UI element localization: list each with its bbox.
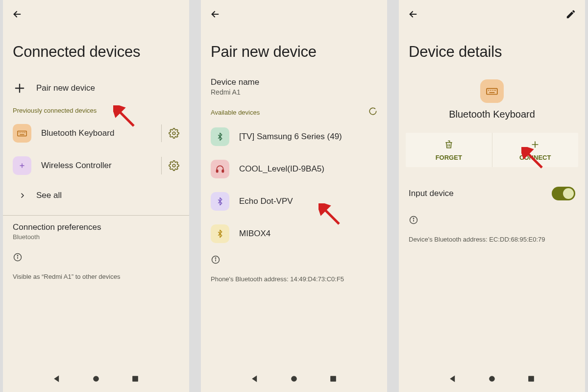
back-arrow-icon[interactable] [408,9,418,22]
gamepad-icon [13,156,31,175]
input-device-toggle-row: Input device [399,167,585,205]
input-device-label: Input device [409,189,454,198]
svg-point-28 [493,90,494,91]
available-device-headset[interactable]: COOL_Level(ID-9BA5) [201,153,387,185]
svg-rect-24 [490,92,495,93]
svg-point-5 [24,132,24,133]
info-icon [201,250,387,271]
nav-home-icon[interactable] [91,374,101,386]
bluetooth-address-note: Device's Bluetooth address: EC:DD:68:95:… [399,232,585,243]
svg-point-29 [495,90,496,91]
nav-recent-icon[interactable] [130,374,140,386]
svg-rect-13 [132,376,138,382]
bluetooth-address-note: Phone's Bluetooth address: 14:49:D4:73:C… [201,271,387,283]
nav-recent-icon[interactable] [526,374,536,386]
connection-preferences-sub: Bluetooth [13,233,179,241]
device-name-block[interactable]: Device name Redmi A1 [201,74,387,103]
keyboard-icon [13,124,31,143]
nav-back-icon[interactable] [250,374,260,386]
svg-point-7 [172,132,175,135]
device-row-controller[interactable]: Wireless Controller [3,149,189,182]
see-all-label: See all [36,191,179,200]
available-device-mibox[interactable]: MIBOX4 [201,218,387,250]
page-title: Pair new device [201,24,387,74]
page-title: Device details [399,24,585,74]
connection-preferences-label: Connection preferences [13,222,179,232]
svg-point-6 [24,132,25,133]
svg-rect-0 [18,131,26,136]
plus-icon [530,140,540,151]
available-devices-header: Available devices [211,109,260,116]
nav-home-icon[interactable] [289,374,299,386]
screen-connected-devices: Connected devices Pair new device Previo… [3,0,189,392]
device-label: Bluetooth Keyboard [41,128,151,138]
connect-label: CONNECT [519,154,551,161]
svg-rect-23 [487,89,497,95]
nav-back-icon[interactable] [52,374,62,386]
connect-button[interactable]: CONNECT [492,133,579,167]
bluetooth-icon [211,224,229,243]
available-device-tv[interactable]: [TV] Samsung 6 Series (49) [201,121,387,153]
bluetooth-icon [211,127,229,146]
svg-point-27 [492,90,493,91]
previously-connected-header: Previously connected devices [3,102,189,117]
available-devices-header-row: Available devices [201,103,387,121]
input-device-switch[interactable] [552,187,575,200]
svg-rect-16 [222,170,223,172]
see-all-row[interactable]: See all [3,182,189,209]
top-bar [399,0,585,24]
screen-pair-new-device: Pair new device Device name Redmi A1 Ava… [201,0,387,392]
android-navbar [3,369,189,392]
svg-point-26 [490,90,491,91]
trash-icon [444,140,454,151]
available-device-label: [TV] Samsung 6 Series (49) [239,132,377,142]
device-settings-button[interactable] [161,157,179,174]
android-navbar [399,369,585,392]
svg-point-35 [489,376,495,382]
screen-device-details: Device details Bluetooth Keyboard FORGET… [399,0,585,392]
page-title: Connected devices [3,24,189,74]
svg-rect-36 [528,376,534,382]
connection-preferences-row[interactable]: Connection preferences Bluetooth [3,216,189,247]
nav-home-icon[interactable] [487,374,497,386]
device-name: Bluetooth Keyboard [449,109,535,120]
device-name-label: Device name [211,77,377,87]
pair-new-device-label: Pair new device [36,83,179,93]
available-device-echo[interactable]: Echo Dot-VPV [201,185,387,218]
action-bar: FORGET CONNECT [406,133,578,167]
svg-rect-21 [330,376,336,382]
bluetooth-icon [211,192,229,211]
svg-point-19 [215,258,216,258]
device-hero: Bluetooth Keyboard [399,74,585,127]
svg-point-25 [488,90,489,91]
info-icon [399,205,585,232]
available-device-label: MIBOX4 [239,229,377,239]
back-arrow-icon[interactable] [210,9,220,22]
headphones-icon [211,160,229,178]
svg-point-12 [93,376,99,382]
nav-recent-icon[interactable] [328,374,338,386]
refresh-icon[interactable] [368,107,377,118]
top-bar [3,0,189,24]
chevron-right-icon [13,189,26,202]
svg-point-3 [20,132,21,133]
info-icon [3,247,189,269]
back-arrow-icon[interactable] [12,9,23,22]
device-row-keyboard[interactable]: Bluetooth Keyboard [3,117,189,149]
forget-label: FORGET [436,154,462,161]
nav-back-icon[interactable] [448,374,458,386]
svg-point-34 [413,218,414,219]
edit-icon[interactable] [565,9,576,22]
pair-new-device-row[interactable]: Pair new device [3,74,189,102]
svg-rect-1 [20,134,24,135]
svg-rect-15 [217,170,218,172]
svg-point-8 [172,164,175,167]
forget-button[interactable]: FORGET [406,133,492,167]
svg-point-11 [17,255,18,256]
device-settings-button[interactable] [161,124,179,142]
device-label: Wireless Controller [41,161,151,171]
keyboard-icon [480,79,504,103]
available-device-label: Echo Dot-VPV [239,196,377,206]
top-bar [201,0,387,24]
device-name-value: Redmi A1 [211,88,377,96]
